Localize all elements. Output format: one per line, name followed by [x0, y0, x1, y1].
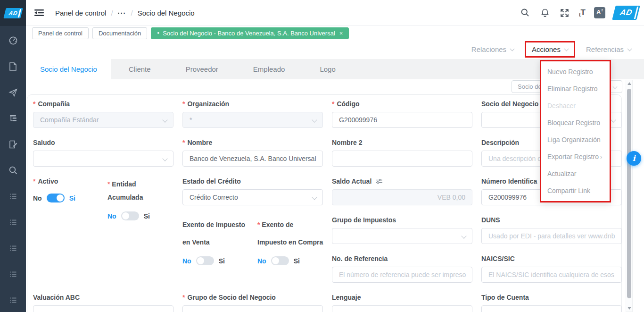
codigo-input[interactable]: G200099976	[332, 112, 472, 128]
window-list-icon[interactable]	[8, 217, 18, 228]
scroll-up-arrow[interactable]	[627, 82, 631, 85]
toggle-no-label: No	[107, 212, 116, 220]
chevron-down-icon	[627, 46, 632, 51]
field-value: Compañía Estándar	[40, 116, 99, 124]
field-label: Impuesto en Compra	[257, 238, 323, 246]
required-asterisk: *	[107, 180, 110, 188]
scroll-down-arrow[interactable]	[627, 307, 631, 310]
tab-cliente[interactable]: Cliente	[111, 59, 168, 79]
breadcrumb-current[interactable]: Socio del Negocio	[138, 9, 195, 17]
menu-item-compartir-link[interactable]: Compartir Link	[541, 182, 610, 199]
send-icon[interactable]	[8, 87, 18, 98]
estado-credito-select[interactable]: Crédito Correcto	[182, 189, 323, 205]
grupo-impuestos-select[interactable]	[332, 228, 472, 244]
tab-logo[interactable]: Logo	[302, 59, 353, 79]
bell-icon[interactable]	[539, 7, 551, 18]
field-label: Socio del Negocio	[481, 100, 538, 108]
required-asterisk: *	[33, 100, 35, 108]
field-placeholder: El número de referencia puede ser impres…	[339, 271, 466, 278]
required-asterisk: *	[182, 100, 185, 108]
breadcrumb-root[interactable]: Panel de control	[55, 9, 106, 17]
toggle-si-label: Si	[219, 257, 225, 265]
info-button[interactable]: i	[627, 151, 641, 166]
close-icon[interactable]: ×	[339, 30, 343, 37]
menu-item-actualizar[interactable]: Actualizar	[541, 165, 610, 182]
organizacion-select: *	[182, 112, 323, 128]
nombre2-input[interactable]	[332, 151, 472, 167]
acciones-dropdown-menu: Nuevo Registro Eliminar Registro Deshace…	[540, 60, 611, 202]
doc-tab-socio-del-negocio[interactable]: ● Socio del Negocio - Banco de Venezuela…	[151, 27, 349, 39]
tab-socio-del-negocio[interactable]: Socio del Negocio	[26, 59, 111, 79]
field-label: Lenguaje	[332, 294, 361, 301]
grupo-socio-select[interactable]	[182, 305, 323, 312]
sidebar-logo[interactable]: AD	[0, 0, 26, 26]
vertical-scrollbar[interactable]	[626, 80, 633, 312]
search-icon[interactable]	[8, 165, 18, 176]
open-documents-bar: Panel de control Documentación ● Socio d…	[26, 26, 644, 40]
duns-input[interactable]: Usado por EDI - para detalles ver www.dn…	[481, 228, 622, 244]
document-icon[interactable]	[8, 61, 18, 72]
naics-sic-input[interactable]: El NAICS/SIC identifica cualquiera de es…	[481, 267, 622, 283]
window-list-icon[interactable]	[8, 191, 18, 202]
document-edit-icon[interactable]	[8, 139, 18, 150]
tab-empleado[interactable]: Empleado	[236, 59, 303, 79]
menu-item-exportar-registro[interactable]: Exportar Registro›	[541, 148, 610, 165]
scroll-thumb[interactable]	[627, 89, 631, 298]
ad-logo-icon: AD	[612, 6, 640, 20]
adjustments-icon[interactable]	[376, 178, 382, 184]
window-list-icon[interactable]	[8, 269, 18, 279]
window-list-icon[interactable]	[8, 243, 18, 253]
nombre-input[interactable]: Banco de Venezuela, S.A. Banco Universal	[182, 151, 323, 167]
field-value: Banco de Venezuela, S.A. Banco Universal	[190, 155, 316, 162]
valuacion-abc-input[interactable]	[33, 305, 173, 312]
dashboard-icon[interactable]	[8, 35, 18, 46]
no-referencia-input[interactable]: El número de referencia puede ser impres…	[332, 267, 472, 283]
field-label: Acumulada	[107, 194, 143, 201]
menu-item-bloquear-registro[interactable]: Bloquear Registro	[541, 114, 610, 131]
sidebar-collapse-icon[interactable]	[34, 9, 44, 17]
field-label: Valuación ABC	[33, 294, 80, 301]
translate-icon[interactable]: Az	[594, 7, 605, 18]
field-estado-credito: Estado del Crédito Crédito Correcto	[182, 177, 323, 205]
doc-tab-panel-de-control[interactable]: Panel de control	[32, 27, 89, 39]
menu-item-liga-organizacion[interactable]: Liga Organización	[541, 131, 610, 148]
menu-relaciones[interactable]: Relaciones	[465, 45, 520, 53]
menu-item-eliminar-registro[interactable]: Eliminar Registro	[541, 80, 610, 97]
fullscreen-icon[interactable]	[559, 7, 570, 18]
field-label: Número Identifica	[481, 177, 537, 185]
top-bar: Panel de control / ··· / Socio del Negoc…	[26, 0, 644, 26]
ad-logo-icon: AD	[3, 8, 23, 18]
text-size-icon[interactable]: tT	[579, 8, 586, 17]
field-value: *	[190, 116, 192, 124]
entidad-acumulada-toggle[interactable]	[121, 211, 139, 220]
saludo-select[interactable]	[33, 151, 173, 167]
toggle-no-label: No	[33, 194, 42, 202]
window-list-icon[interactable]	[8, 295, 18, 305]
menu-item-deshacer: Deshacer	[541, 97, 610, 114]
tab-proveedor[interactable]: Proveedor	[168, 59, 236, 79]
required-asterisk: *	[257, 221, 260, 228]
required-asterisk: *	[182, 139, 185, 146]
tipo-cuenta-select[interactable]	[481, 305, 622, 312]
menu-acciones[interactable]: Acciones	[532, 45, 568, 53]
field-value: G200099976	[339, 116, 377, 124]
exento-venta-toggle[interactable]	[196, 256, 214, 265]
field-placeholder: El NAICS/SIC identifica cualquiera de es…	[488, 271, 614, 278]
search-icon[interactable]	[520, 7, 531, 18]
menu-referencias[interactable]: Referencias	[580, 45, 637, 53]
breadcrumb-ellipsis[interactable]: ···	[118, 9, 126, 17]
field-label: Nombre 2	[332, 139, 363, 146]
annotation-box-acciones: Acciones	[525, 41, 575, 58]
tree-menu-icon[interactable]	[8, 113, 18, 124]
lenguaje-input[interactable]	[332, 305, 472, 312]
exento-compra-toggle[interactable]	[271, 256, 289, 265]
field-naics-sic: NAICS/SIC El NAICS/SIC identifica cualqu…	[481, 255, 622, 283]
field-tipo-cuenta: Tipo de Cuenta	[481, 294, 622, 312]
sidebar: AD	[0, 0, 26, 312]
activo-toggle[interactable]	[47, 194, 65, 202]
submenu-arrow-icon: ›	[600, 153, 602, 160]
saldo-actual-input: VEB 0,00	[332, 189, 472, 205]
field-duns: DUNS Usado por EDI - para detalles ver w…	[481, 216, 622, 244]
menu-item-nuevo-registro[interactable]: Nuevo Registro	[541, 63, 610, 80]
doc-tab-documentacion[interactable]: Documentación	[92, 27, 147, 39]
